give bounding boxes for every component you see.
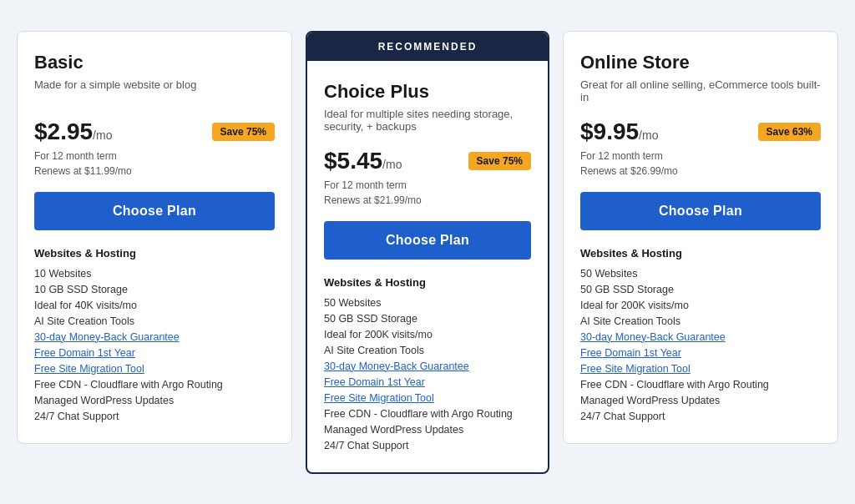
feature-link[interactable]: Free Domain 1st Year <box>324 376 425 388</box>
feature-link-item: Free Domain 1st Year <box>34 347 275 359</box>
plan-description: Ideal for multiple sites needing storage… <box>324 108 531 134</box>
price-row: $9.95/mo Save 63% <box>580 118 821 145</box>
feature-item: Free CDN - Cloudflare with Argo Routing <box>324 408 531 420</box>
billing-info: For 12 month term <box>580 150 821 162</box>
plan-name: Basic <box>34 52 275 73</box>
feature-item: 50 GB SSD Storage <box>324 313 531 325</box>
feature-item: Managed WordPress Updates <box>580 395 821 406</box>
feature-link[interactable]: 30-day Money-Back Guarantee <box>34 331 180 343</box>
feature-item: 24/7 Chat Support <box>580 411 821 422</box>
price-row: $5.45/mo Save 75% <box>324 148 531 174</box>
feature-link-item: Free Domain 1st Year <box>324 376 531 388</box>
feature-link-item: Free Site Migration Tool <box>34 363 275 375</box>
plans-container: Basic Made for a simple website or blog … <box>17 31 838 474</box>
feature-link-item: Free Site Migration Tool <box>580 363 821 375</box>
renewal-info: Renews at $11.99/mo <box>34 165 275 177</box>
plan-description: Great for all online selling, eCommerce … <box>580 78 821 105</box>
feature-item: 50 GB SSD Storage <box>580 284 821 295</box>
renewal-info: Renews at $21.99/mo <box>324 194 531 206</box>
feature-item: 50 Websites <box>580 268 821 280</box>
feature-item: Ideal for 40K visits/mo <box>34 300 275 311</box>
feature-link[interactable]: 30-day Money-Back Guarantee <box>580 331 726 343</box>
feature-item: 10 GB SSD Storage <box>34 284 275 295</box>
plan-name: Choice Plus <box>324 81 531 103</box>
feature-link-item: Free Domain 1st Year <box>580 347 821 359</box>
feature-link-item: Free Site Migration Tool <box>324 392 531 404</box>
feature-link[interactable]: Free Site Migration Tool <box>34 363 144 375</box>
feature-item: AI Site Creation Tools <box>580 315 821 327</box>
feature-link[interactable]: Free Domain 1st Year <box>580 347 681 359</box>
feature-item: AI Site Creation Tools <box>324 345 531 356</box>
feature-item: 24/7 Chat Support <box>34 411 275 422</box>
feature-item: AI Site Creation Tools <box>34 315 275 327</box>
billing-info: For 12 month term <box>324 179 531 191</box>
feature-item: Ideal for 200K visits/mo <box>324 329 531 340</box>
recommended-badge: RECOMMENDED <box>307 33 548 61</box>
feature-item: Managed WordPress Updates <box>34 395 275 406</box>
features-section-title: Websites & Hosting <box>324 276 531 289</box>
feature-item: Free CDN - Cloudflare with Argo Routing <box>580 379 821 391</box>
feature-link-item: 30-day Money-Back Guarantee <box>324 360 531 372</box>
choose-plan-button[interactable]: Choose Plan <box>324 221 531 260</box>
price-period: /mo <box>93 129 112 142</box>
feature-item: Managed WordPress Updates <box>324 424 531 436</box>
choose-plan-button[interactable]: Choose Plan <box>34 192 275 230</box>
plan-description: Made for a simple website or blog <box>34 78 275 105</box>
save-badge: Save 63% <box>758 123 821 141</box>
choose-plan-button[interactable]: Choose Plan <box>580 192 821 230</box>
plan-card-basic: Basic Made for a simple website or blog … <box>17 31 292 444</box>
plan-name: Online Store <box>580 52 821 73</box>
feature-item: Free CDN - Cloudflare with Argo Routing <box>34 379 275 391</box>
feature-link[interactable]: Free Domain 1st Year <box>34 347 135 359</box>
price-row: $2.95/mo Save 75% <box>34 118 275 145</box>
features-section-title: Websites & Hosting <box>34 247 275 260</box>
plan-price: $2.95/mo <box>34 118 112 145</box>
renewal-info: Renews at $26.99/mo <box>580 165 821 177</box>
feature-item: 24/7 Chat Support <box>324 440 531 451</box>
feature-item: Ideal for 200K visits/mo <box>580 300 821 311</box>
plan-card-choice-plus: RECOMMENDED Choice Plus Ideal for multip… <box>306 31 549 474</box>
feature-link-item: 30-day Money-Back Guarantee <box>34 331 275 343</box>
save-badge: Save 75% <box>468 152 531 170</box>
feature-link[interactable]: 30-day Money-Back Guarantee <box>324 360 469 372</box>
features-section-title: Websites & Hosting <box>580 247 821 260</box>
feature-link[interactable]: Free Site Migration Tool <box>324 392 434 404</box>
price-period: /mo <box>639 129 658 142</box>
feature-item: 10 Websites <box>34 268 275 280</box>
feature-item: 50 Websites <box>324 297 531 309</box>
plan-card-online-store: Online Store Great for all online sellin… <box>563 31 838 444</box>
plan-price: $9.95/mo <box>580 118 658 145</box>
billing-info: For 12 month term <box>34 150 275 162</box>
plan-price: $5.45/mo <box>324 148 402 174</box>
feature-link[interactable]: Free Site Migration Tool <box>580 363 691 375</box>
save-badge: Save 75% <box>212 123 275 141</box>
feature-link-item: 30-day Money-Back Guarantee <box>580 331 821 343</box>
price-period: /mo <box>382 158 402 171</box>
